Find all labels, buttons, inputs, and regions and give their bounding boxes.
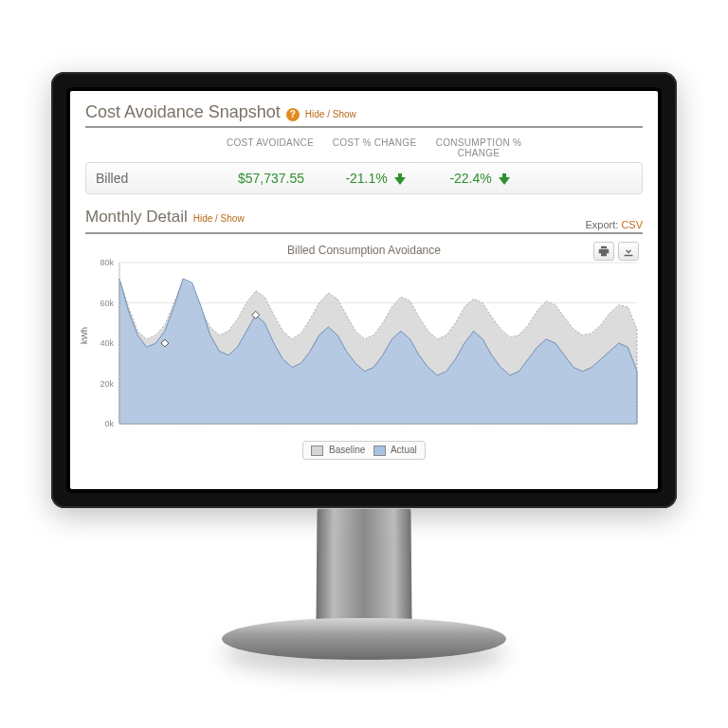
arrow-down-icon: [499, 171, 510, 186]
chart-legend: Baseline Actual: [302, 441, 426, 460]
detail-title: Monthly Detail: [85, 208, 188, 227]
legend-swatch-actual: [373, 446, 386, 456]
kpi-cons-pct-value: -22.4%: [449, 171, 491, 186]
arrow-down-icon: [394, 171, 406, 186]
svg-text:20k: 20k: [100, 379, 114, 389]
svg-text:80k: 80k: [100, 258, 114, 267]
chart-container: Billed Consumption Avoidance kWh 0k20k40…: [85, 240, 643, 460]
download-button[interactable]: [618, 242, 639, 261]
kpi-header-cost-pct: COST % CHANGE: [322, 137, 427, 158]
export-block: Export: CSV: [585, 219, 643, 230]
kpi-row-label: Billed: [96, 171, 219, 186]
print-button[interactable]: [593, 242, 614, 261]
snapshot-toggle[interactable]: Hide / Show: [305, 109, 356, 119]
svg-text:40k: 40k: [100, 338, 114, 348]
kpi-headers: COST AVOIDANCE COST % CHANGE CONSUMPTION…: [85, 137, 643, 158]
monitor-stand-neck: [316, 509, 411, 623]
export-csv-link[interactable]: CSV: [621, 219, 643, 230]
snapshot-title: Cost Avoidance Snapshot: [85, 102, 281, 122]
svg-text:0k: 0k: [104, 419, 114, 428]
detail-divider: [85, 232, 643, 234]
svg-text:60k: 60k: [100, 299, 114, 308]
kpi-cost-avoidance: $57,737.55: [219, 171, 323, 186]
y-axis-label: kWh: [80, 327, 89, 344]
monitor-stand-base: [222, 618, 506, 660]
legend-label-baseline: Baseline: [329, 445, 365, 455]
screen: Cost Avoidance Snapshot ? Hide / Show CO…: [70, 91, 658, 489]
kpi-header-cons-pct: CONSUMPTION % CHANGE: [427, 137, 531, 158]
chart-title: Billed Consumption Avoidance: [85, 240, 643, 257]
kpi-cons-pct: -22.4%: [428, 171, 532, 186]
legend-label-actual: Actual: [391, 445, 417, 455]
help-icon[interactable]: ?: [286, 108, 300, 121]
chart-svg: 0k20k40k60k80k: [85, 257, 643, 437]
detail-section-header: Monthly Detail Hide / Show: [85, 208, 585, 230]
kpi-cost-pct-value: -21.1%: [345, 171, 387, 186]
monitor-frame: Cost Avoidance Snapshot ? Hide / Show CO…: [51, 72, 677, 508]
kpi-cost-pct: -21.1%: [323, 171, 428, 186]
detail-toggle[interactable]: Hide / Show: [193, 213, 245, 224]
kpi-row-billed: Billed $57,737.55 -21.1% -22.4%: [85, 162, 643, 194]
snapshot-section-header: Cost Avoidance Snapshot ? Hide / Show: [85, 102, 643, 128]
export-label: Export:: [585, 219, 618, 230]
kpi-header-cost-avoidance: COST AVOIDANCE: [218, 137, 322, 158]
legend-swatch-baseline: [311, 446, 323, 456]
